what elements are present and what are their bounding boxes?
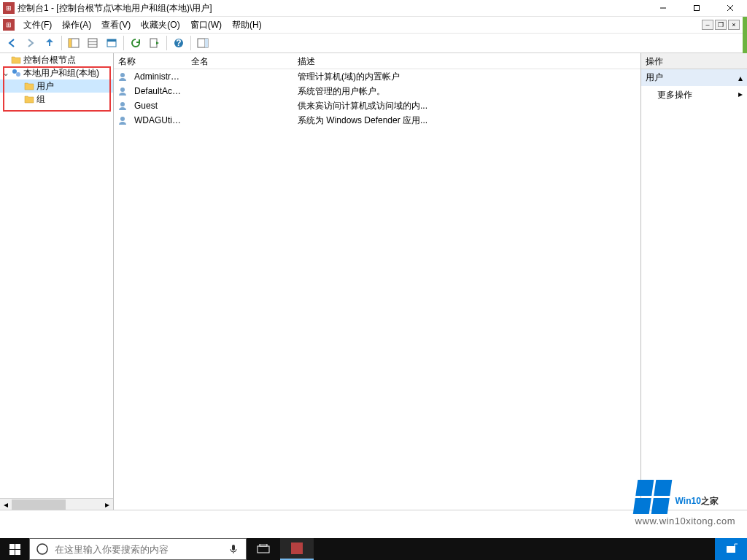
svg-rect-12 [150,39,157,47]
user-icon [117,71,128,82]
menu-favorites[interactable]: 收藏夹(O) [136,18,184,33]
back-button[interactable] [3,34,20,52]
svg-rect-17 [205,39,208,47]
cortana-icon [30,542,55,556]
mdi-minimize-button[interactable]: – [702,20,713,30]
window-controls [646,0,747,17]
column-description[interactable]: 描述 [293,53,640,69]
refresh-button[interactable] [127,34,144,52]
search-input[interactable] [55,540,221,559]
show-hide-tree-button[interactable] [65,34,82,52]
titlebar: ⊞ 控制台1 - [控制台根节点\本地用户和组(本地)\用户] [0,0,747,17]
close-button[interactable] [713,0,747,17]
list-body: Administrat... 管理计算机(域)的内置帐户 DefaultAcc.… [114,69,640,510]
taskbar-search[interactable] [29,538,247,560]
menubar: ⊞ 文件(F) 操作(A) 查看(V) 收藏夹(O) 窗口(W) 帮助(H) –… [0,17,747,33]
export-button[interactable] [146,34,163,52]
column-name[interactable]: 名称 [114,53,187,69]
cell-description: 系统为 Windows Defender 应用... [293,114,640,127]
tree-label: 控制台根节点 [23,54,76,66]
chevron-right-icon: ▸ [738,89,743,99]
folder-icon [23,93,35,105]
svg-rect-29 [727,546,735,553]
new-window-button[interactable] [103,34,120,52]
cell-name: Guest [130,101,187,111]
svg-rect-1 [694,6,700,11]
mdi-close-button[interactable]: × [728,20,740,30]
svg-rect-27 [258,546,269,553]
svg-point-19 [16,72,20,77]
tree-root-node[interactable]: 控制台根节点 [0,53,113,66]
scroll-right-icon[interactable]: ▸ [101,499,113,510]
svg-rect-25 [232,545,235,551]
tree-panel: 控制台根节点 ⌄ 本地用户和组(本地) 用户 组 ◂ ▸ [0,53,114,510]
svg-point-23 [120,117,125,121]
minimize-button[interactable] [646,0,680,17]
list-panel: 名称 全名 描述 Administrat... 管理计算机(域)的内置帐户 De… [114,53,641,510]
svg-point-20 [120,73,125,77]
cell-description: 系统管理的用户帐户。 [293,85,640,98]
microphone-icon[interactable] [221,544,246,554]
menu-file[interactable]: 文件(F) [19,18,56,33]
start-button[interactable] [0,538,29,560]
user-icon [117,85,128,97]
mdi-restore-button[interactable]: ❐ [715,20,727,30]
taskbar-app-mmc[interactable] [280,538,314,560]
taskbar [0,538,747,560]
list-item[interactable]: DefaultAcc... 系统管理的用户帐户。 [114,84,640,98]
collapse-icon[interactable]: ⌄ [1,68,10,78]
tree-label: 组 [36,93,45,106]
svg-rect-11 [107,39,116,42]
toolbar-separator [166,36,167,50]
actions-more[interactable]: 更多操作 ▸ [641,86,747,104]
tree-groups[interactable]: 组 [0,93,113,106]
user-icon [117,100,128,112]
system-tray[interactable] [715,538,747,560]
status-area [0,510,747,538]
tree-users[interactable]: 用户 [0,79,113,93]
list-item[interactable]: Administrat... 管理计算机(域)的内置帐户 [114,69,640,84]
users-groups-icon [10,67,22,79]
tree-label: 用户 [36,80,54,93]
svg-rect-7 [88,39,97,47]
show-hide-action-pane-button[interactable] [194,34,212,52]
forward-button[interactable] [22,34,39,52]
mmc-icon: ⊞ [3,19,15,31]
list-item[interactable]: Guest 供来宾访问计算机或访问域的内... [114,98,640,113]
svg-point-21 [120,88,125,92]
toolbar: ? [0,33,747,53]
menu-view[interactable]: 查看(V) [97,18,135,33]
actions-panel: 操作 用户 ▴ 更多操作 ▸ [641,53,747,510]
list-item[interactable]: WDAGUtilit... 系统为 Windows Defender 应用... [114,113,640,128]
tree-local-users-groups[interactable]: ⌄ 本地用户和组(本地) [0,66,113,79]
cell-description: 管理计算机(域)的内置帐户 [293,71,640,83]
app-icon: ⊞ [3,2,15,14]
windows-icon [9,544,20,555]
menu-window[interactable]: 窗口(W) [186,18,226,33]
list-header: 名称 全名 描述 [114,53,640,69]
menu-help[interactable]: 帮助(H) [228,18,266,33]
toolbar-separator [123,36,124,50]
user-icon [117,114,128,126]
cell-name: WDAGUtilit... [130,115,187,125]
triangle-up-icon: ▴ [738,73,743,83]
cell-name: Administrat... [130,71,187,82]
folder-icon [10,54,22,66]
actions-context[interactable]: 用户 ▴ [641,69,747,86]
help-button[interactable]: ? [170,34,187,52]
actions-context-label: 用户 [646,71,663,84]
toolbar-separator [190,36,191,50]
scroll-left-icon[interactable]: ◂ [0,499,12,510]
folder-icon [23,80,35,92]
tree-label: 本地用户和组(本地) [23,67,99,79]
menu-action[interactable]: 操作(A) [58,18,96,33]
column-fullname[interactable]: 全名 [187,53,293,69]
scrollbar-thumb[interactable] [12,499,66,510]
cell-name: DefaultAcc... [130,86,187,96]
horizontal-scrollbar[interactable]: ◂ ▸ [0,498,113,510]
maximize-button[interactable] [680,0,713,17]
task-view-button[interactable] [247,538,280,560]
export-list-button[interactable] [84,34,101,52]
up-button[interactable] [41,34,58,52]
svg-point-22 [120,102,125,106]
